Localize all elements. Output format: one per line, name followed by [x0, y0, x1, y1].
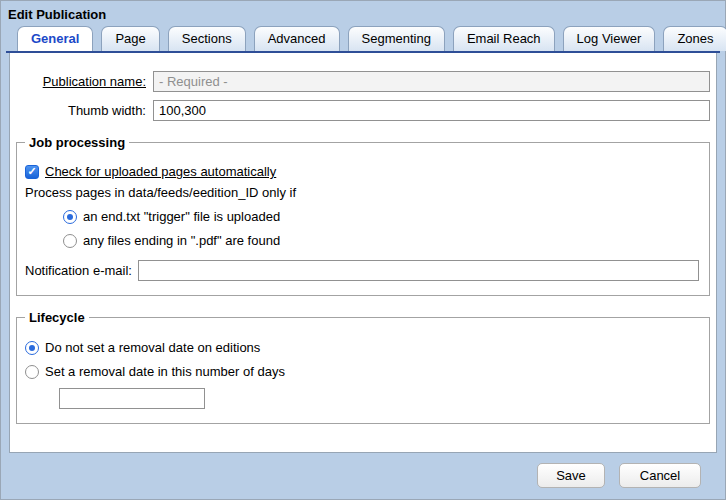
- trigger-radio[interactable]: [63, 210, 77, 224]
- tab-general[interactable]: General: [17, 26, 93, 51]
- no-removal-radio[interactable]: [25, 341, 39, 355]
- process-pages-intro: Process pages in data/feeds/eedition_ID …: [25, 185, 699, 200]
- trigger-radio-row: an end.txt "trigger" file is uploaded: [63, 209, 699, 224]
- publication-name-row: Publication name:: [16, 71, 710, 92]
- pdf-radio[interactable]: [63, 234, 77, 248]
- tab-log-viewer[interactable]: Log Viewer: [563, 26, 656, 51]
- tab-sections[interactable]: Sections: [168, 26, 246, 51]
- tab-segmenting[interactable]: Segmenting: [348, 26, 445, 51]
- publication-name-input[interactable]: [153, 71, 710, 92]
- removal-days-radio[interactable]: [25, 365, 39, 379]
- job-processing-legend: Job processing: [25, 135, 129, 150]
- auto-check-label: Check for uploaded pages automatically: [45, 164, 276, 179]
- auto-check-row: Check for uploaded pages automatically: [25, 164, 699, 179]
- notification-email-input[interactable]: [138, 260, 699, 281]
- tab-advanced[interactable]: Advanced: [254, 26, 340, 51]
- tab-page[interactable]: Page: [101, 26, 159, 51]
- tab-email-reach[interactable]: Email Reach: [453, 26, 555, 51]
- auto-check-checkbox[interactable]: [25, 165, 39, 179]
- dialog-button-bar: Save Cancel: [537, 463, 701, 488]
- notification-email-label: Notification e-mail:: [25, 263, 132, 278]
- thumb-width-row: Thumb width:: [16, 100, 710, 121]
- notification-email-row: Notification e-mail:: [25, 260, 699, 281]
- lifecycle-fieldset: Lifecycle Do not set a removal date on e…: [16, 310, 710, 424]
- thumb-width-input[interactable]: [153, 100, 710, 121]
- removal-days-input[interactable]: [59, 388, 205, 409]
- trigger-radio-label: an end.txt "trigger" file is uploaded: [83, 209, 280, 224]
- no-removal-radio-label: Do not set a removal date on editions: [45, 340, 260, 355]
- removal-days-radio-label: Set a removal date in this number of day…: [45, 364, 285, 379]
- save-button[interactable]: Save: [537, 463, 605, 488]
- job-processing-fieldset: Job processing Check for uploaded pages …: [16, 135, 710, 296]
- removal-days-radio-row: Set a removal date in this number of day…: [25, 364, 699, 379]
- pdf-radio-row: any files ending in ".pdf" are found: [63, 233, 699, 248]
- pdf-radio-label: any files ending in ".pdf" are found: [83, 233, 280, 248]
- cancel-button[interactable]: Cancel: [619, 463, 701, 488]
- page-title: Edit Publication: [1, 1, 725, 25]
- general-tab-panel: Publication name: Thumb width: Job proce…: [9, 53, 717, 453]
- tab-zones[interactable]: Zones: [663, 26, 726, 51]
- no-removal-radio-row: Do not set a removal date on editions: [25, 340, 699, 355]
- thumb-width-label: Thumb width:: [16, 103, 146, 118]
- lifecycle-legend: Lifecycle: [25, 310, 89, 325]
- publication-name-label: Publication name:: [16, 74, 146, 89]
- edit-publication-dialog: Edit Publication General Page Sections A…: [0, 0, 726, 500]
- tab-bar: General Page Sections Advanced Segmentin…: [1, 25, 725, 51]
